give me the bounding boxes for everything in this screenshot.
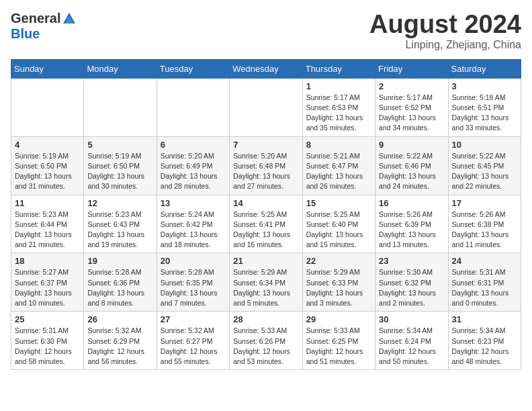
calendar-cell: 20Sunrise: 5:28 AMSunset: 6:35 PMDayligh… [157,253,229,312]
calendar-table: SundayMondayTuesdayWednesdayThursdayFrid… [11,59,521,370]
logo-general-text: General [11,11,60,26]
day-number: 11 [15,198,80,208]
calendar-day-header: Tuesday [157,59,229,78]
day-number: 20 [161,256,226,266]
calendar-cell [157,78,229,136]
calendar-cell: 27Sunrise: 5:32 AMSunset: 6:27 PMDayligh… [157,312,229,370]
day-info: Sunrise: 5:17 AMSunset: 6:52 PMDaylight:… [379,93,444,134]
day-number: 14 [233,198,298,208]
calendar-cell: 11Sunrise: 5:23 AMSunset: 6:44 PMDayligh… [11,195,84,253]
logo-blue-text: Blue [11,26,40,42]
logo-icon [62,11,77,26]
day-info: Sunrise: 5:17 AMSunset: 6:53 PMDaylight:… [306,93,371,134]
day-info: Sunrise: 5:22 AMSunset: 6:46 PMDaylight:… [379,151,444,192]
day-info: Sunrise: 5:23 AMSunset: 6:43 PMDaylight:… [87,210,152,250]
day-number: 27 [161,314,226,324]
day-number: 4 [15,140,80,150]
calendar-cell: 25Sunrise: 5:31 AMSunset: 6:30 PMDayligh… [11,312,84,370]
day-number: 29 [306,314,371,324]
day-number: 19 [87,256,152,266]
calendar-cell: 31Sunrise: 5:34 AMSunset: 6:23 PMDayligh… [448,312,521,370]
title-block: August 2024 Linping, Zhejiang, China [369,11,521,51]
day-info: Sunrise: 5:29 AMSunset: 6:33 PMDaylight:… [306,267,371,308]
day-number: 12 [87,198,152,208]
calendar-week-row: 18Sunrise: 5:27 AMSunset: 6:37 PMDayligh… [11,253,521,312]
calendar-cell: 22Sunrise: 5:29 AMSunset: 6:33 PMDayligh… [302,253,375,312]
day-info: Sunrise: 5:28 AMSunset: 6:36 PMDaylight:… [87,267,152,308]
day-info: Sunrise: 5:20 AMSunset: 6:49 PMDaylight:… [161,151,226,192]
page-header: General Blue August 2024 Linping, Zhejia… [11,11,521,51]
day-info: Sunrise: 5:20 AMSunset: 6:48 PMDaylight:… [233,151,298,192]
calendar-cell: 15Sunrise: 5:25 AMSunset: 6:40 PMDayligh… [302,195,375,253]
day-number: 30 [379,314,444,324]
day-info: Sunrise: 5:25 AMSunset: 6:40 PMDaylight:… [306,210,371,250]
day-info: Sunrise: 5:34 AMSunset: 6:24 PMDaylight:… [379,326,444,367]
calendar-cell [11,78,84,136]
day-number: 25 [15,314,80,324]
day-number: 1 [306,81,371,91]
calendar-week-row: 25Sunrise: 5:31 AMSunset: 6:30 PMDayligh… [11,312,521,370]
logo: General Blue [11,11,77,42]
day-number: 23 [379,256,444,266]
day-number: 8 [306,140,371,150]
calendar-cell: 29Sunrise: 5:33 AMSunset: 6:25 PMDayligh… [302,312,375,370]
calendar-cell: 3Sunrise: 5:18 AMSunset: 6:51 PMDaylight… [448,78,521,136]
day-info: Sunrise: 5:19 AMSunset: 6:50 PMDaylight:… [15,151,80,192]
calendar-cell: 28Sunrise: 5:33 AMSunset: 6:26 PMDayligh… [230,312,302,370]
day-number: 10 [452,140,517,150]
day-info: Sunrise: 5:33 AMSunset: 6:25 PMDaylight:… [306,326,371,367]
calendar-day-header: Wednesday [230,59,302,78]
day-number: 7 [233,140,298,150]
calendar-cell: 30Sunrise: 5:34 AMSunset: 6:24 PMDayligh… [375,312,448,370]
calendar-cell: 16Sunrise: 5:26 AMSunset: 6:39 PMDayligh… [375,195,448,253]
calendar-week-row: 4Sunrise: 5:19 AMSunset: 6:50 PMDaylight… [11,136,521,195]
day-number: 22 [306,256,371,266]
calendar-cell [230,78,302,136]
calendar-cell: 6Sunrise: 5:20 AMSunset: 6:49 PMDaylight… [157,136,229,195]
day-info: Sunrise: 5:30 AMSunset: 6:32 PMDaylight:… [379,267,444,308]
day-number: 21 [233,256,298,266]
day-number: 5 [87,140,152,150]
calendar-cell: 12Sunrise: 5:23 AMSunset: 6:43 PMDayligh… [84,195,157,253]
day-info: Sunrise: 5:21 AMSunset: 6:47 PMDaylight:… [306,151,371,192]
day-info: Sunrise: 5:26 AMSunset: 6:38 PMDaylight:… [452,210,517,250]
day-info: Sunrise: 5:27 AMSunset: 6:37 PMDaylight:… [15,267,80,308]
calendar-cell [84,78,157,136]
day-info: Sunrise: 5:23 AMSunset: 6:44 PMDaylight:… [15,210,80,250]
calendar-cell: 14Sunrise: 5:25 AMSunset: 6:41 PMDayligh… [230,195,302,253]
calendar-cell: 24Sunrise: 5:31 AMSunset: 6:31 PMDayligh… [448,253,521,312]
day-number: 9 [379,140,444,150]
day-info: Sunrise: 5:31 AMSunset: 6:30 PMDaylight:… [15,326,80,367]
calendar-cell: 26Sunrise: 5:32 AMSunset: 6:29 PMDayligh… [84,312,157,370]
calendar-day-header: Friday [375,59,448,78]
day-info: Sunrise: 5:31 AMSunset: 6:31 PMDaylight:… [452,267,517,308]
day-info: Sunrise: 5:34 AMSunset: 6:23 PMDaylight:… [452,326,517,367]
day-info: Sunrise: 5:33 AMSunset: 6:26 PMDaylight:… [233,326,298,367]
day-number: 26 [87,314,152,324]
day-number: 15 [306,198,371,208]
day-number: 16 [379,198,444,208]
day-number: 18 [15,256,80,266]
day-number: 3 [452,81,517,91]
day-info: Sunrise: 5:26 AMSunset: 6:39 PMDaylight:… [379,210,444,250]
calendar-header-row: SundayMondayTuesdayWednesdayThursdayFrid… [11,59,521,78]
calendar-cell: 9Sunrise: 5:22 AMSunset: 6:46 PMDaylight… [375,136,448,195]
calendar-cell: 18Sunrise: 5:27 AMSunset: 6:37 PMDayligh… [11,253,84,312]
calendar-cell: 4Sunrise: 5:19 AMSunset: 6:50 PMDaylight… [11,136,84,195]
calendar-cell: 13Sunrise: 5:24 AMSunset: 6:42 PMDayligh… [157,195,229,253]
day-number: 28 [233,314,298,324]
calendar-cell: 5Sunrise: 5:19 AMSunset: 6:50 PMDaylight… [84,136,157,195]
calendar-cell: 23Sunrise: 5:30 AMSunset: 6:32 PMDayligh… [375,253,448,312]
calendar-day-header: Saturday [448,59,521,78]
calendar-day-header: Monday [84,59,157,78]
calendar-cell: 2Sunrise: 5:17 AMSunset: 6:52 PMDaylight… [375,78,448,136]
calendar-week-row: 11Sunrise: 5:23 AMSunset: 6:44 PMDayligh… [11,195,521,253]
day-info: Sunrise: 5:32 AMSunset: 6:29 PMDaylight:… [87,326,152,367]
day-info: Sunrise: 5:25 AMSunset: 6:41 PMDaylight:… [233,210,298,250]
calendar-cell: 1Sunrise: 5:17 AMSunset: 6:53 PMDaylight… [302,78,375,136]
day-number: 31 [452,314,517,324]
calendar-cell: 10Sunrise: 5:22 AMSunset: 6:45 PMDayligh… [448,136,521,195]
calendar-cell: 17Sunrise: 5:26 AMSunset: 6:38 PMDayligh… [448,195,521,253]
day-number: 17 [452,198,517,208]
month-title: August 2024 [369,11,521,39]
